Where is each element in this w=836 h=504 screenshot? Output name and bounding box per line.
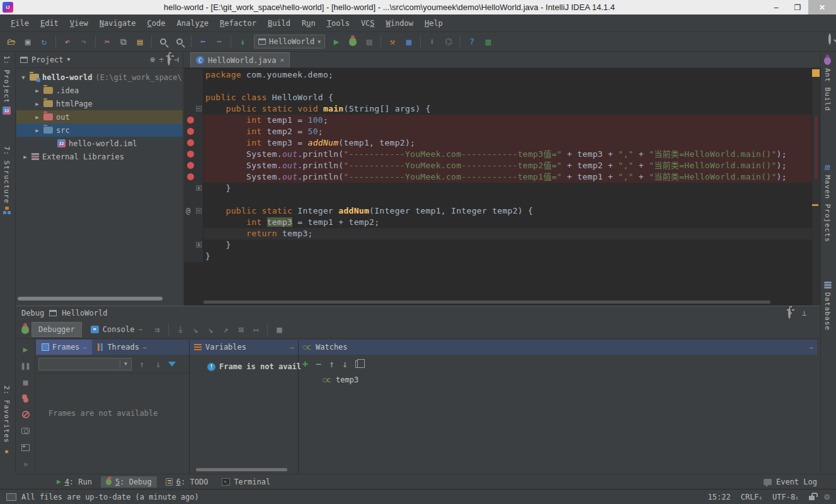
drop-frame-icon[interactable]: ⊠ — [234, 323, 247, 336]
filter-frames-icon[interactable] — [168, 362, 176, 367]
frame-down-icon[interactable]: ↓ — [152, 358, 164, 370]
menu-analyze[interactable]: Analyze — [172, 17, 214, 30]
gutter[interactable] — [184, 217, 203, 228]
avd-manager-icon[interactable]: ⌬ — [441, 34, 456, 49]
breakpoint-icon[interactable] — [187, 128, 194, 135]
step-over-icon[interactable]: ⤓ — [174, 323, 186, 336]
tab-frames[interactable]: Frames→ — [36, 340, 92, 355]
project-tree-item-src[interactable]: ▶src — [16, 123, 183, 137]
gutter[interactable] — [184, 160, 203, 171]
collapsed-arrow-icon[interactable]: ▶ — [34, 88, 40, 94]
fold-marker-icon[interactable]: − — [196, 208, 202, 214]
plugin-icon[interactable]: ▥ — [481, 34, 496, 49]
menu-navigate[interactable]: Navigate — [94, 17, 141, 30]
minimize-button[interactable]: – — [765, 0, 787, 14]
tool-button-database[interactable]: Database — [823, 282, 832, 331]
thread-dump-icon[interactable] — [20, 425, 31, 437]
scroll-to-source-icon[interactable]: ⊕ — [151, 55, 156, 64]
view-breakpoints-icon[interactable] — [20, 392, 31, 404]
show-execution-point-icon[interactable]: ⇉ — [151, 323, 163, 336]
hide-debug-panel-icon[interactable]: ⊥ — [802, 309, 806, 318]
menu-refactor[interactable]: Refactor — [215, 17, 261, 30]
gutter[interactable]: ∧ — [184, 239, 203, 251]
stop-icon[interactable]: ■ — [20, 376, 31, 387]
synchronize-icon[interactable]: ↻ — [37, 34, 52, 49]
restore-layout-icon[interactable] — [20, 442, 31, 453]
mute-breakpoints-icon[interactable] — [20, 409, 31, 420]
duplicate-watch-icon[interactable] — [355, 360, 362, 368]
event-log-button[interactable]: Event Log — [764, 478, 817, 486]
move-watch-down-icon[interactable]: ↓ — [342, 358, 348, 370]
debug-settings-gear-icon[interactable] — [788, 309, 791, 318]
settings-icon[interactable]: ⚒ — [385, 34, 400, 49]
breakpoint-icon[interactable] — [187, 162, 194, 169]
gutter[interactable] — [184, 81, 203, 92]
help-icon[interactable]: ? — [464, 34, 479, 49]
watch-item-temp3[interactable]: temp3 — [299, 374, 817, 386]
gutter[interactable] — [184, 149, 203, 160]
line-separator-select[interactable]: CRLF↕ — [741, 493, 762, 501]
menu-build[interactable]: Build — [263, 17, 295, 30]
tab-close-icon[interactable]: × — [280, 56, 284, 64]
debug-icon[interactable] — [345, 34, 360, 49]
project-tree-item-out[interactable]: ▶out — [16, 110, 183, 123]
resume-icon[interactable]: ▶ — [20, 343, 31, 355]
close-button[interactable]: ✕ — [808, 0, 836, 14]
panel-settings-gear-icon[interactable] — [168, 55, 170, 64]
code-area[interactable]: package com.youmeek.demo;public class He… — [184, 68, 820, 306]
hide-panel-icon[interactable]: ⊣ — [174, 55, 179, 64]
find-icon[interactable] — [156, 34, 171, 49]
project-horizontal-scrollbar[interactable] — [18, 297, 163, 301]
window-button-terminal[interactable]: >_Terminal — [217, 476, 275, 488]
menu-view[interactable]: View — [65, 17, 93, 30]
gutter[interactable] — [184, 228, 203, 239]
scrollbar-highlight-mark[interactable] — [812, 204, 818, 206]
tab-threads[interactable]: Threads→ — [92, 340, 152, 355]
inspection-indicator[interactable] — [812, 69, 820, 77]
project-tree-item-hello-world[interactable]: ▼hello-world (E:\git_work_space\ — [16, 71, 183, 84]
back-icon[interactable]: ⬅ — [195, 34, 210, 49]
expanded-arrow-icon[interactable]: ▼ — [20, 74, 26, 81]
project-tree-item-.idea[interactable]: ▶.idea — [16, 84, 183, 97]
replace-icon[interactable] — [172, 34, 187, 49]
scrollbar-breakpoint-marks[interactable] — [815, 116, 818, 179]
collapsed-arrow-icon[interactable]: ▶ — [34, 101, 40, 107]
undo-icon[interactable]: ↶ — [60, 34, 75, 49]
lock-icon[interactable] — [809, 496, 815, 500]
tab-helloworld-java[interactable]: C HelloWorld.java × — [190, 52, 290, 67]
more-actions-icon[interactable]: » — [20, 458, 31, 469]
menu-vcs[interactable]: VCS — [356, 17, 380, 30]
pause-icon[interactable]: ❚❚ — [20, 360, 31, 371]
gutter[interactable]: − — [184, 103, 203, 115]
variables-horizontal-scrollbar[interactable] — [196, 468, 287, 471]
project-tree-item-hello-world.iml[interactable]: IJhello-world.iml — [16, 137, 183, 150]
evaluate-expression-icon[interactable]: ■ — [273, 323, 285, 336]
window-button-5-debug[interactable]: 5: Debug — [101, 476, 157, 488]
redo-icon[interactable]: ↷ — [76, 34, 91, 49]
copy-icon[interactable]: ⧉ — [116, 34, 131, 49]
step-into-icon[interactable]: ↘ — [189, 323, 202, 336]
thread-select[interactable] — [38, 358, 120, 370]
gutter[interactable] — [184, 137, 203, 149]
project-view-select[interactable]: Project ▼ — [20, 55, 147, 64]
cut-icon[interactable]: ✂ — [100, 34, 115, 49]
hector-inspector-icon[interactable]: ☺ — [825, 492, 830, 502]
coverage-icon[interactable]: ▨ — [362, 34, 377, 49]
menu-edit[interactable]: Edit — [35, 17, 64, 30]
breakpoint-icon[interactable] — [187, 139, 194, 146]
gutter[interactable] — [184, 69, 203, 81]
collapse-all-icon[interactable]: ÷ — [159, 55, 164, 64]
project-structure-icon[interactable]: ▦ — [401, 34, 416, 49]
add-watch-icon[interactable]: + — [302, 358, 308, 370]
gutter[interactable]: @− — [184, 205, 203, 217]
search-everywhere-icon[interactable] — [828, 35, 831, 43]
project-tree-item-External Libraries[interactable]: ▶External Libraries — [16, 150, 183, 163]
remove-watch-icon[interactable]: − — [316, 358, 321, 370]
editor-horizontal-scrollbar[interactable] — [203, 301, 770, 304]
hide-windows-icon[interactable]: ↡ — [235, 34, 250, 49]
gutter[interactable]: ∧ — [184, 183, 203, 194]
gutter[interactable] — [184, 92, 203, 103]
collapsed-arrow-icon[interactable]: ▶ — [34, 114, 40, 120]
breakpoint-icon[interactable] — [187, 117, 194, 123]
tab-debugger[interactable]: Debugger — [31, 322, 82, 337]
